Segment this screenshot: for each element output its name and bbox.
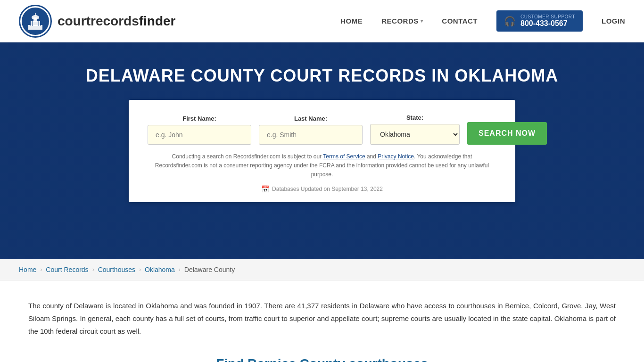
state-select[interactable]: Oklahoma Alabama Alaska Arizona — [370, 124, 460, 145]
first-name-label: First Name: — [148, 115, 251, 122]
breadcrumb-sep-3: › — [139, 266, 141, 273]
support-phone: 800-433-0567 — [520, 19, 575, 28]
breadcrumb-oklahoma[interactable]: Oklahoma — [145, 266, 175, 273]
nav-contact[interactable]: CONTACT — [442, 17, 478, 25]
logo-bold: finder — [139, 14, 176, 28]
logo-regular: courtrecords — [58, 14, 139, 28]
main-nav: HOME RECORDS ▾ CONTACT 🎧 CUSTOMER SUPPOR… — [340, 10, 625, 32]
page-title: DELAWARE COUNTY COURT RECORDS IN OKLAHOM… — [86, 66, 558, 86]
db-update-row: 📅 Databases Updated on September 13, 202… — [148, 185, 496, 193]
breadcrumb-courthouses[interactable]: Courthouses — [98, 266, 135, 273]
state-group: State: Oklahoma Alabama Alaska Arizona — [370, 114, 460, 145]
headset-icon: 🎧 — [504, 16, 516, 27]
first-name-input[interactable] — [148, 125, 251, 145]
support-info: CUSTOMER SUPPORT 800-433-0567 — [520, 14, 575, 28]
intro-paragraph: The county of Delaware is located in Okl… — [28, 299, 616, 337]
logo-area: courtrecordsfinder — [19, 5, 176, 38]
breadcrumb-court-records[interactable]: Court Records — [46, 266, 88, 273]
last-name-label: Last Name: — [259, 115, 363, 122]
last-name-group: Last Name: — [259, 115, 363, 145]
bernice-section-title: Find Bernice County courthouses — [28, 356, 616, 362]
breadcrumb-sep-4: › — [179, 266, 181, 273]
search-now-button[interactable]: SEARCH NOW — [467, 122, 547, 145]
tos-link[interactable]: Terms of Service — [323, 153, 365, 160]
nav-records[interactable]: RECORDS ▾ — [381, 17, 423, 25]
logo-icon — [19, 5, 52, 38]
svg-rect-7 — [32, 21, 33, 26]
login-button[interactable]: LOGIN — [602, 17, 625, 25]
disclaimer-text: Conducting a search on Recordsfinder.com… — [148, 152, 496, 180]
breadcrumb-delaware-county: Delaware County — [184, 266, 235, 273]
calendar-icon: 📅 — [261, 185, 269, 193]
breadcrumb-sep-1: › — [40, 266, 42, 273]
header: courtrecordsfinder HOME RECORDS ▾ CONTAC… — [0, 0, 644, 42]
last-name-input[interactable] — [259, 125, 363, 145]
svg-rect-8 — [38, 21, 39, 26]
first-name-group: First Name: — [148, 115, 251, 145]
breadcrumb-home[interactable]: Home — [19, 266, 36, 273]
support-box[interactable]: 🎧 CUSTOMER SUPPORT 800-433-0567 — [496, 10, 583, 32]
svg-point-4 — [32, 15, 39, 20]
privacy-link[interactable]: Privacy Notice — [378, 153, 414, 160]
state-label: State: — [370, 114, 460, 121]
support-label: CUSTOMER SUPPORT — [520, 14, 575, 19]
hero-section: DELAWARE COUNTY COURT RECORDS IN OKLAHOM… — [0, 42, 644, 259]
search-fields: First Name: Last Name: State: Oklahoma A… — [148, 114, 496, 145]
svg-rect-9 — [40, 21, 41, 26]
search-card: First Name: Last Name: State: Oklahoma A… — [129, 100, 515, 202]
nav-home[interactable]: HOME — [340, 17, 363, 25]
breadcrumb-sep-2: › — [92, 266, 94, 273]
main-content: The county of Delaware is located in Okl… — [0, 280, 644, 362]
db-update-text: Databases Updated on September 13, 2022 — [272, 186, 383, 192]
records-chevron-icon: ▾ — [421, 18, 423, 24]
breadcrumb: Home › Court Records › Courthouses › Okl… — [0, 259, 644, 280]
svg-rect-6 — [30, 21, 31, 26]
logo-text: courtrecordsfinder — [58, 14, 176, 29]
